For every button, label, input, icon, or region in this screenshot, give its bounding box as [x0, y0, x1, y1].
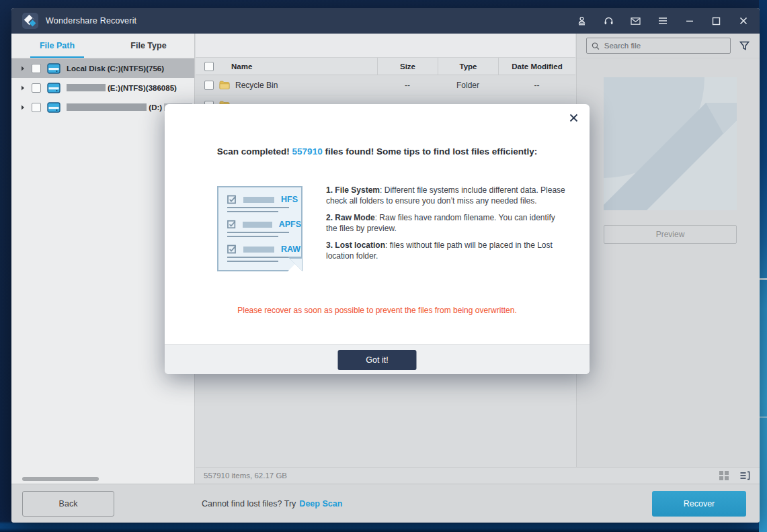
column-header-name[interactable]: Name	[214, 62, 377, 71]
redacted-drive-name	[67, 84, 106, 91]
back-button[interactable]: Back	[22, 491, 114, 517]
search-input[interactable]	[604, 42, 725, 50]
checked-checkbox-icon	[227, 245, 237, 254]
drive-icon	[47, 83, 60, 93]
drive-icon	[47, 63, 60, 74]
dialog-footer: Got it!	[165, 344, 590, 374]
maximize-icon[interactable]	[711, 15, 722, 27]
scan-complete-dialog: Scan completed! 557910 files found! Some…	[165, 104, 590, 374]
hint-text: Cannot find lost files? Try	[202, 499, 296, 508]
file-list-toolbar	[196, 34, 575, 58]
preview-button[interactable]: Preview	[604, 225, 737, 244]
drive-e-checkbox[interactable]	[32, 83, 41, 93]
grid-view-icon[interactable]	[719, 471, 729, 480]
column-header-date[interactable]: Date Modified	[498, 58, 575, 75]
drive-e-label: (E:)(NTFS)(386085)	[108, 84, 177, 92]
tab-file-path[interactable]: File Path	[11, 34, 103, 58]
desktop-wallpaper-strip	[759, 0, 767, 532]
dialog-close-icon[interactable]	[565, 109, 581, 126]
footer-bar: Back Cannot find lost files? Try Deep Sc…	[11, 484, 760, 523]
dialog-tips: 1. File System: Different file systems i…	[326, 185, 567, 267]
drive-d-checkbox[interactable]	[32, 103, 41, 112]
tip-file-system: 1. File System: Different file systems i…	[326, 185, 567, 206]
titlebar: Wondershare Recoverit	[11, 8, 760, 34]
file-name: Recycle Bin	[231, 81, 377, 90]
tree-item-drive-e[interactable]: (E:)(NTFS)(386085)	[11, 78, 194, 97]
chevron-right-icon[interactable]	[20, 85, 26, 91]
deep-scan-hint: Cannot find lost files? Try Deep Scan	[202, 484, 342, 523]
preview-placeholder-image	[604, 77, 737, 210]
table-header: Name Size Type Date Modified	[196, 58, 575, 75]
files-found-count: 557910	[292, 146, 323, 157]
list-view-icon[interactable]	[739, 471, 750, 480]
redacted-drive-name	[67, 103, 147, 111]
app-logo-icon	[22, 13, 38, 29]
file-systems-illustration: HFS APFS RAW	[217, 186, 302, 271]
column-header-type[interactable]: Type	[438, 58, 498, 75]
wallpaper-light-streak	[759, 278, 767, 280]
page-fold-corner	[288, 257, 302, 271]
horizontal-scrollbar[interactable]	[22, 477, 99, 481]
file-size: --	[377, 81, 438, 90]
app-title: Wondershare Recoverit	[46, 16, 136, 26]
dialog-title: Scan completed! 557910 files found! Some…	[165, 146, 590, 157]
tab-file-type[interactable]: File Type	[103, 34, 194, 58]
support-headset-icon[interactable]	[603, 15, 614, 27]
tree-item-drive-c[interactable]: Local Disk (C:)(NTFS)(756)	[11, 58, 194, 78]
minimize-icon[interactable]	[684, 15, 695, 27]
menu-icon[interactable]	[657, 15, 668, 27]
chevron-right-icon[interactable]	[20, 66, 26, 71]
preview-panel: Preview	[576, 34, 760, 467]
drive-c-label: Local Disk (C:)(NTFS)(756)	[67, 64, 164, 73]
search-box[interactable]	[586, 38, 731, 54]
drive-icon	[47, 102, 60, 113]
checked-checkbox-icon	[227, 195, 237, 204]
mail-icon[interactable]	[630, 15, 641, 27]
drive-d-label: (D:)	[149, 103, 162, 112]
overwrite-warning: Please recover as soon as possible to pr…	[165, 306, 590, 315]
illustration-label-apfs: APFS	[279, 220, 301, 229]
deep-scan-link[interactable]: Deep Scan	[299, 499, 342, 508]
row-checkbox[interactable]	[204, 81, 214, 90]
status-summary: 557910 items, 62.17 GB	[204, 472, 287, 480]
file-date: --	[498, 81, 575, 90]
got-it-button[interactable]: Got it!	[338, 350, 417, 370]
drive-c-checkbox[interactable]	[32, 64, 41, 73]
close-icon[interactable]	[737, 15, 749, 27]
recover-button[interactable]: Recover	[652, 491, 746, 517]
wallpaper-light-streak	[759, 416, 767, 418]
search-icon	[592, 42, 600, 50]
table-row[interactable]: Recycle Bin -- Folder --	[196, 75, 575, 95]
sidebar-tabs: File Path File Type	[11, 34, 194, 58]
illustration-label-hfs: HFS	[281, 195, 298, 204]
file-type: Folder	[438, 81, 498, 90]
search-row	[577, 34, 760, 58]
folder-icon	[219, 81, 230, 89]
account-icon[interactable]	[576, 15, 588, 27]
tip-raw-mode: 2. Raw Mode: Raw files have random filen…	[326, 212, 567, 234]
status-bar: 557910 items, 62.17 GB	[196, 467, 760, 484]
column-header-size[interactable]: Size	[377, 58, 438, 75]
chevron-right-icon[interactable]	[20, 105, 26, 110]
tip-lost-location: 3. Lost location: files without file pat…	[326, 240, 567, 261]
select-all-checkbox[interactable]	[204, 62, 214, 71]
filter-icon[interactable]	[739, 40, 750, 51]
checked-checkbox-icon	[227, 220, 236, 229]
illustration-label-raw: RAW	[281, 245, 300, 254]
